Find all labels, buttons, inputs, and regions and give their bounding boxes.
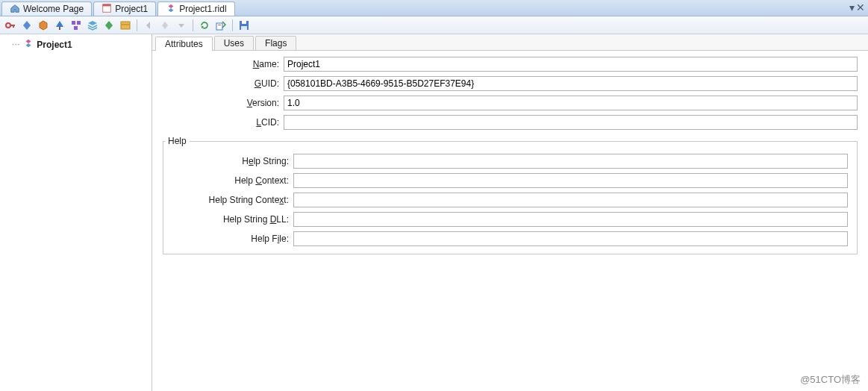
svg-rect-8 <box>216 23 222 30</box>
tab-attributes[interactable]: Attributes <box>155 37 213 51</box>
library-icon <box>23 38 34 51</box>
attributes-form: Name: GUID: Version: LCID: Help Help Str… <box>152 51 868 260</box>
svg-rect-7 <box>121 22 130 29</box>
help-legend: Help <box>165 136 190 146</box>
cube-orange-icon[interactable] <box>36 18 51 33</box>
help-group: Help Help String: Help Context: Help Str… <box>163 136 858 254</box>
svg-rect-3 <box>59 27 60 30</box>
help-string-dll-label: Help String DLL: <box>165 214 293 225</box>
export-icon[interactable] <box>213 18 228 33</box>
help-context-input[interactable] <box>293 173 848 188</box>
inner-tabstrip: Attributes Uses Flags <box>152 34 868 51</box>
tab-welcome[interactable]: Welcome Page <box>1 1 92 16</box>
chevron-down-icon[interactable]: ▾ <box>849 1 855 13</box>
module-icon[interactable] <box>118 18 133 33</box>
tree-blue-icon[interactable] <box>52 18 67 33</box>
svg-rect-1 <box>103 4 111 6</box>
tab-flags[interactable]: Flags <box>255 36 296 50</box>
dropdown-icon[interactable] <box>174 18 189 33</box>
name-label: Name: <box>163 59 284 69</box>
diamond-gray-icon[interactable] <box>157 18 172 33</box>
version-input[interactable] <box>284 96 858 110</box>
stack-icon[interactable] <box>85 18 100 33</box>
svg-point-2 <box>6 23 10 28</box>
help-string-label: Help String: <box>165 156 293 166</box>
help-file-label: Help File: <box>165 234 293 244</box>
help-string-context-label: Help String Context: <box>165 195 293 205</box>
main-panel: Attributes Uses Flags Name: GUID: Versio… <box>152 34 868 391</box>
tab-uses[interactable]: Uses <box>214 36 254 50</box>
tree-item-label: Project1 <box>37 40 72 50</box>
toolbar <box>0 16 868 34</box>
refresh-icon[interactable] <box>197 18 212 33</box>
tree-root-item[interactable]: ··· Project1 <box>0 37 152 51</box>
lcid-label: LCID: <box>163 117 284 128</box>
version-label: Version: <box>163 98 284 108</box>
toolbar-separator <box>137 19 137 31</box>
svg-rect-5 <box>77 21 81 25</box>
lcid-input[interactable] <box>284 115 858 130</box>
home-icon <box>10 3 20 16</box>
form-icon <box>102 3 112 16</box>
help-string-input[interactable] <box>293 154 848 169</box>
svg-rect-11 <box>242 21 246 24</box>
tab-project1[interactable]: Project1 <box>93 1 156 16</box>
toolbar-separator <box>193 19 193 31</box>
svg-rect-9 <box>218 25 221 25</box>
guid-input[interactable] <box>284 76 858 91</box>
editor-tabstrip: Welcome Page Project1 Project1.ridl ▾ ✕ <box>0 0 868 16</box>
toolbar-separator <box>232 19 233 31</box>
tab-label: Welcome Page <box>23 4 84 14</box>
tab-label: Project1 <box>115 4 148 14</box>
name-input[interactable] <box>284 57 858 72</box>
help-file-input[interactable] <box>293 231 848 246</box>
help-string-context-input[interactable] <box>293 193 848 207</box>
svg-rect-12 <box>241 26 247 30</box>
watermark-text: @51CTO博客 <box>800 373 861 387</box>
ridl-icon <box>166 3 176 16</box>
guid-label: GUID: <box>163 78 284 89</box>
svg-rect-6 <box>74 26 78 30</box>
close-icon[interactable]: ✕ <box>856 1 865 13</box>
tree-expand-icon[interactable]: ··· <box>12 40 20 49</box>
tab-project1-ridl[interactable]: Project1.ridl <box>157 1 234 16</box>
tree-panel: ··· Project1 <box>0 34 152 391</box>
svg-rect-4 <box>72 21 75 25</box>
tab-label: Project1.ridl <box>179 4 226 14</box>
arrow-left-icon[interactable] <box>141 18 156 33</box>
diamond-green-icon[interactable] <box>102 18 116 33</box>
help-string-dll-input[interactable] <box>293 212 848 227</box>
help-context-label: Help Context: <box>165 175 293 186</box>
diamond-blue-icon[interactable] <box>19 18 34 33</box>
save-icon[interactable] <box>237 18 252 33</box>
key-icon[interactable] <box>3 18 18 33</box>
blocks-purple-icon[interactable] <box>69 18 84 33</box>
